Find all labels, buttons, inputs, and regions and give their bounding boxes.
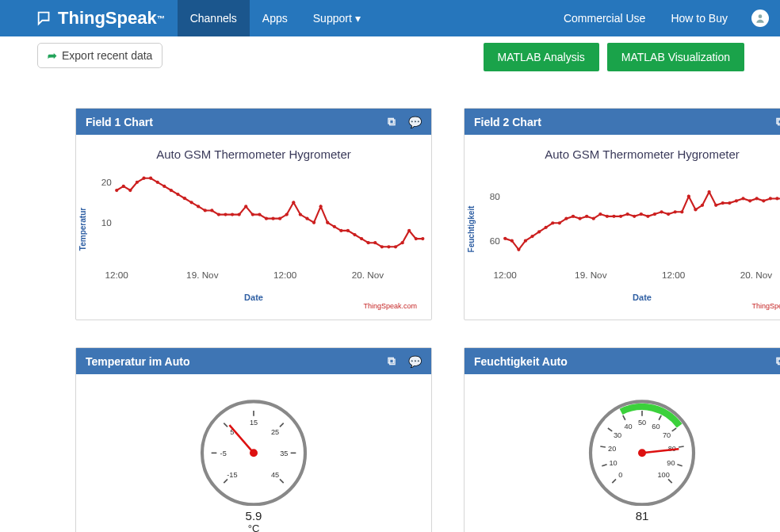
nav-apps[interactable]: Apps bbox=[250, 0, 300, 36]
svg-point-80 bbox=[646, 215, 649, 218]
y-axis-label: Temperatur bbox=[78, 208, 87, 251]
gauge-value: 81 bbox=[636, 509, 649, 522]
svg-point-73 bbox=[598, 212, 602, 216]
svg-text:30: 30 bbox=[614, 431, 621, 439]
export-icon: ➦ bbox=[48, 49, 57, 62]
svg-point-18 bbox=[189, 201, 193, 204]
svg-text:20: 20 bbox=[608, 445, 616, 453]
user-avatar[interactable] bbox=[751, 10, 769, 27]
matlab-visualization-button[interactable]: MATLAB Visualization bbox=[607, 43, 744, 71]
popout-icon[interactable]: ⧉ bbox=[388, 115, 396, 128]
svg-point-84 bbox=[674, 210, 677, 213]
svg-point-40 bbox=[339, 229, 342, 232]
svg-text:12:00: 12:00 bbox=[273, 270, 297, 280]
svg-point-43 bbox=[360, 237, 363, 240]
svg-point-33 bbox=[292, 201, 295, 204]
nav-channels[interactable]: Channels bbox=[178, 0, 250, 36]
svg-point-68 bbox=[564, 217, 568, 220]
svg-point-35 bbox=[305, 217, 308, 220]
svg-text:15: 15 bbox=[250, 419, 258, 427]
svg-point-69 bbox=[572, 215, 575, 218]
svg-point-82 bbox=[660, 210, 663, 213]
svg-point-20 bbox=[204, 209, 207, 212]
svg-text:20. Nov: 20. Nov bbox=[352, 270, 384, 280]
svg-point-50 bbox=[407, 229, 411, 232]
svg-point-42 bbox=[353, 233, 356, 236]
svg-point-89 bbox=[707, 190, 710, 193]
svg-point-0 bbox=[759, 14, 763, 18]
svg-text:80: 80 bbox=[490, 191, 501, 201]
svg-point-78 bbox=[633, 215, 636, 218]
svg-text:60: 60 bbox=[652, 423, 660, 431]
svg-point-72 bbox=[592, 217, 595, 220]
svg-point-71 bbox=[585, 215, 588, 218]
svg-point-75 bbox=[612, 215, 615, 218]
chart-field1: Temperatur 102012:0019. Nov12:0020. Nov bbox=[76, 166, 431, 293]
x-axis-label: Date bbox=[465, 293, 780, 302]
svg-text:35: 35 bbox=[280, 450, 288, 457]
svg-point-16 bbox=[176, 193, 179, 196]
toolbar: ➦ Export recent data MATLAB Analysis MAT… bbox=[0, 36, 780, 71]
svg-text:20: 20 bbox=[101, 177, 113, 187]
svg-point-95 bbox=[748, 199, 751, 202]
svg-point-60 bbox=[510, 239, 514, 243]
brand[interactable]: ThingSpeak™ bbox=[36, 8, 178, 29]
panel-feuchtigkeit-gauge: Feuchtigkeit Auto ⧉ 💬 010203040506070809… bbox=[464, 347, 780, 532]
svg-text:12:00: 12:00 bbox=[662, 270, 686, 280]
svg-text:60: 60 bbox=[490, 235, 501, 246]
svg-point-36 bbox=[312, 221, 315, 224]
x-axis-label: Date bbox=[76, 293, 431, 302]
comment-icon[interactable]: 💬 bbox=[408, 116, 422, 128]
panel-title: Field 2 Chart bbox=[474, 116, 541, 128]
svg-line-139 bbox=[679, 446, 684, 447]
svg-point-47 bbox=[387, 245, 390, 248]
nav-support[interactable]: Support▾ bbox=[300, 0, 373, 36]
svg-text:19. Nov: 19. Nov bbox=[575, 270, 607, 280]
svg-point-98 bbox=[769, 197, 772, 200]
svg-text:10: 10 bbox=[101, 217, 113, 228]
svg-point-24 bbox=[231, 212, 234, 216]
chart-title: Auto GSM Thermometer Hygrometer bbox=[465, 141, 780, 166]
svg-text:-15: -15 bbox=[227, 471, 237, 479]
panel-title: Temperatur im Auto bbox=[86, 355, 189, 368]
export-recent-data-button[interactable]: ➦ Export recent data bbox=[37, 43, 162, 68]
svg-point-30 bbox=[271, 217, 274, 220]
svg-point-146 bbox=[638, 449, 646, 457]
matlab-analysis-button[interactable]: MATLAB Analysis bbox=[484, 43, 599, 71]
chart-credit: ThingSpeak.com bbox=[76, 302, 431, 310]
nav-how-to-buy[interactable]: How to Buy bbox=[658, 0, 740, 36]
svg-point-7 bbox=[115, 189, 118, 192]
svg-point-45 bbox=[373, 241, 377, 244]
svg-point-77 bbox=[626, 212, 629, 216]
svg-point-74 bbox=[606, 215, 609, 218]
svg-point-22 bbox=[217, 212, 220, 216]
svg-text:19. Nov: 19. Nov bbox=[186, 270, 219, 280]
svg-point-66 bbox=[551, 221, 554, 224]
panel-temperatur-gauge: Temperatur im Auto ⧉ 💬 -15-5515253545 5.… bbox=[75, 347, 432, 532]
svg-point-37 bbox=[319, 205, 322, 208]
svg-point-65 bbox=[545, 226, 548, 229]
gauge-unit: °C bbox=[248, 522, 260, 532]
nav-commercial[interactable]: Commercial Use bbox=[551, 0, 658, 36]
svg-text:45: 45 bbox=[271, 471, 279, 479]
svg-point-28 bbox=[258, 212, 261, 216]
svg-point-46 bbox=[380, 245, 384, 248]
svg-point-23 bbox=[224, 212, 227, 216]
gauge-value: 5.9 bbox=[246, 509, 262, 522]
comment-icon[interactable]: 💬 bbox=[408, 355, 422, 368]
popout-icon[interactable]: ⧉ bbox=[388, 354, 396, 368]
svg-point-70 bbox=[578, 217, 581, 220]
svg-point-14 bbox=[162, 185, 166, 188]
brand-logo-icon bbox=[36, 10, 53, 27]
brand-text: ThingSpeak bbox=[58, 8, 157, 29]
popout-icon[interactable]: ⧉ bbox=[776, 115, 780, 128]
svg-point-8 bbox=[122, 185, 125, 188]
svg-point-27 bbox=[251, 212, 254, 216]
y-axis-label: Feuchtigkeit bbox=[467, 206, 476, 253]
popout-icon[interactable]: ⧉ bbox=[776, 354, 780, 368]
svg-point-15 bbox=[170, 189, 173, 192]
svg-point-94 bbox=[741, 197, 744, 200]
svg-point-76 bbox=[619, 215, 622, 218]
svg-point-41 bbox=[346, 229, 350, 232]
svg-line-127 bbox=[600, 446, 606, 447]
